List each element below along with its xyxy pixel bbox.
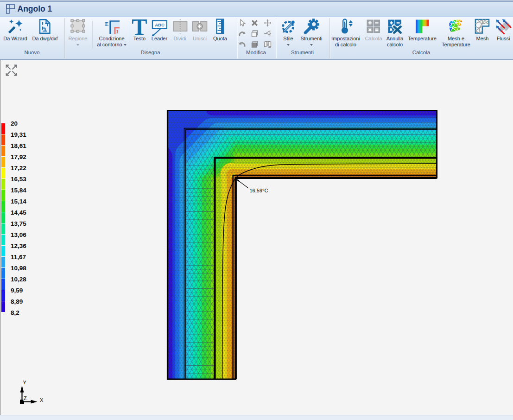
svg-text:ABC: ABC: [155, 22, 165, 27]
svg-text:Y: Y: [23, 380, 27, 385]
svg-text:10,98: 10,98: [11, 265, 26, 272]
svg-text:16,59°C: 16,59°C: [250, 188, 268, 193]
svg-text:13,75: 13,75: [11, 220, 26, 227]
svg-text:Z: Z: [24, 395, 27, 401]
svg-text:T: T: [132, 19, 147, 36]
svg-text:13,06: 13,06: [11, 231, 26, 238]
svg-text:E: E: [105, 21, 109, 27]
svg-text:8,2: 8,2: [11, 309, 19, 316]
svg-text:11,67: 11,67: [11, 254, 26, 261]
svg-text:10,28: 10,28: [11, 276, 26, 283]
svg-text:X: X: [40, 397, 44, 403]
svg-text:8,89: 8,89: [11, 298, 23, 305]
svg-text:17,92: 17,92: [11, 153, 26, 160]
svg-text:19,31: 19,31: [11, 131, 26, 138]
svg-text:I: I: [116, 29, 118, 34]
svg-text:15,84: 15,84: [11, 187, 26, 194]
svg-text:16,53: 16,53: [11, 176, 26, 183]
svg-text:9,59: 9,59: [11, 287, 23, 294]
svg-text:18,61: 18,61: [11, 142, 26, 149]
svg-text:15,14: 15,14: [11, 198, 26, 205]
svg-text:14,45: 14,45: [11, 209, 26, 216]
svg-text:20: 20: [11, 120, 18, 127]
svg-text:12,36: 12,36: [11, 242, 26, 249]
svg-text:17,22: 17,22: [11, 165, 26, 172]
